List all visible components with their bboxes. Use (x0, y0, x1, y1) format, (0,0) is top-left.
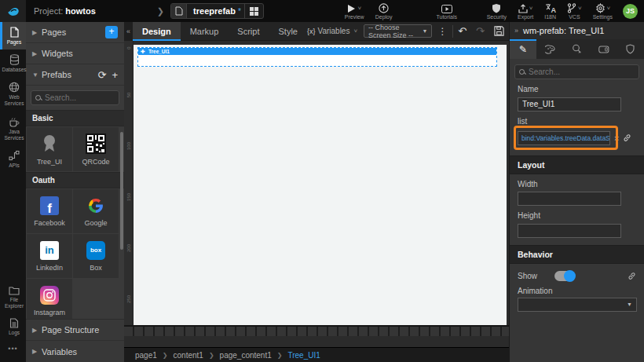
prefab-google[interactable]: Google (73, 189, 119, 233)
breadcrumb-tree-ui1[interactable]: Tree_UI1 (287, 351, 320, 360)
video-icon (441, 3, 452, 13)
undo-button[interactable]: ↶ (453, 25, 471, 37)
canvas-toolbar: « Design Markup Script Style {x} Variabl… (124, 22, 509, 41)
prefab-search[interactable] (31, 90, 119, 105)
tab-properties[interactable]: ✎ (510, 39, 536, 59)
panel-scrollbar[interactable] (120, 132, 123, 250)
refresh-icon[interactable]: ⟳ (98, 69, 107, 81)
section-page-structure[interactable]: ▶ Page Structure (26, 320, 124, 341)
height-label: Height (518, 211, 636, 220)
design-surface: 0 50 100 150 200 250 ✚ Tree_UI1 (124, 41, 509, 336)
wavemaker-logo-icon (6, 4, 20, 18)
canvas-page[interactable]: ✚ Tree_UI1 (134, 45, 507, 325)
rail-item-java-services[interactable]: Java Services (0, 112, 26, 145)
collapse-left-panel-icon[interactable]: « (124, 22, 133, 41)
section-widgets[interactable]: ▶ Widgets (26, 43, 124, 64)
tutorials-button[interactable]: Tutorials (430, 0, 463, 22)
inspector-body: Name list bind:Variables.treeData.dataSe… (510, 59, 644, 362)
chevron-down-icon: ˅ (529, 5, 533, 12)
breadcrumb-page-content1[interactable]: page_content1 (220, 351, 272, 360)
section-variables[interactable]: ▶ Variables (26, 341, 124, 362)
tab-markup[interactable]: Markup (181, 22, 229, 41)
width-field[interactable] (518, 192, 621, 206)
rail-item-web-services[interactable]: Web Services (0, 77, 26, 111)
tab-style[interactable]: Style (269, 22, 306, 41)
settings-button[interactable]: ˅ Settings (587, 0, 618, 22)
rail-item-file-explorer[interactable]: File Explorer (0, 281, 26, 313)
prefab-tree-ui[interactable]: Tree_UI (27, 127, 72, 171)
property-search-input[interactable] (529, 68, 635, 76)
security-button[interactable]: Security (481, 0, 512, 22)
layout-section-header: Layout (510, 155, 644, 174)
more-options-icon[interactable]: ••• (0, 340, 26, 357)
caret-right-icon: ▶ (32, 348, 42, 355)
prefab-linkedin[interactable]: in LinkedIn (27, 234, 72, 278)
clear-binding-icon[interactable]: × (614, 133, 619, 143)
deploy-button[interactable]: Deploy (370, 0, 398, 22)
behavior-section-header: Behavior (510, 245, 644, 264)
unsaved-indicator: * (238, 7, 241, 16)
search-icon (35, 95, 42, 101)
tab-script[interactable]: Script (228, 22, 269, 41)
widget-title-bar[interactable]: ✚ Tree_UI1 (138, 48, 496, 55)
list-bind-field[interactable]: bind:Variables.treeData.dataSet (518, 131, 610, 145)
name-field[interactable] (518, 97, 621, 112)
grid-icon[interactable] (244, 4, 263, 18)
variables-dropdown[interactable]: {x} Variables ˅ (307, 27, 357, 35)
chevron-down-icon: ˅ (578, 5, 582, 12)
rail-item-databases[interactable]: Databases (0, 49, 26, 77)
breadcrumb-page1[interactable]: page1 (135, 351, 157, 360)
collapse-right-panel-icon[interactable]: » (514, 27, 518, 35)
screen-size-select[interactable]: -- Choose Screen Size -- ▼ (364, 24, 432, 38)
redo-button[interactable]: ↷ (471, 25, 489, 37)
preview-button[interactable]: ˅ Preview (339, 0, 370, 22)
inspector-tabs: ✎ (510, 39, 644, 59)
animation-select[interactable]: ▼ (518, 298, 637, 312)
prefab-instagram[interactable]: Instagram (27, 279, 72, 323)
add-page-button[interactable]: + (105, 26, 118, 38)
breadcrumb-content1[interactable]: content1 (174, 351, 203, 360)
save-button[interactable] (489, 26, 509, 36)
export-button[interactable]: ˅ Export (512, 0, 539, 22)
folder-icon (9, 286, 20, 295)
pencil-icon: ✎ (519, 44, 527, 55)
rail-item-logs[interactable]: Logs (0, 313, 26, 340)
wavemaker-logo[interactable] (0, 0, 26, 22)
tab-devices[interactable] (591, 39, 617, 59)
prefab-box[interactable]: box Box (73, 234, 119, 278)
caret-right-icon: ▶ (32, 327, 42, 334)
prefab-facebook[interactable]: f Facebook (27, 189, 72, 233)
page-tab-treeprefab[interactable]: treeprefab * (170, 3, 264, 19)
section-pages[interactable]: ▶ Pages + (26, 22, 124, 43)
selected-widget-outline[interactable]: ✚ Tree_UI1 (137, 47, 497, 67)
rail-item-pages[interactable]: Pages (0, 22, 26, 49)
show-toggle[interactable] (554, 271, 575, 281)
i18n-button[interactable]: A I18N (539, 0, 562, 22)
box-icon: box (86, 241, 105, 260)
bind-link-icon[interactable] (623, 133, 631, 142)
bind-link-icon[interactable] (628, 272, 636, 280)
chevron-down-icon: ˅ (357, 5, 361, 12)
tab-events[interactable] (563, 39, 590, 59)
tab-styles[interactable] (536, 39, 563, 59)
user-avatar[interactable]: JS (623, 4, 638, 19)
add-prefab-button[interactable]: + (112, 69, 118, 81)
chevron-right-icon: ❯ (277, 352, 283, 359)
tab-design[interactable]: Design (133, 22, 181, 41)
height-field[interactable] (518, 224, 621, 238)
list-label: list (518, 117, 636, 126)
kebab-menu-icon[interactable]: ⋮ (432, 26, 452, 37)
tab-security[interactable] (617, 39, 644, 59)
section-prefabs[interactable]: ▼ Prefabs ⟳ + (26, 64, 124, 86)
prefab-qrcode[interactable]: QRCode (73, 127, 119, 171)
prefab-search-input[interactable] (45, 93, 115, 102)
property-search[interactable] (514, 64, 639, 79)
database-icon (9, 54, 20, 65)
widget-name-label: Tree_UI1 (148, 49, 170, 54)
rail-item-apis[interactable]: APIs (0, 145, 26, 173)
chevron-right-icon: ❯ (157, 6, 164, 16)
vcs-button[interactable]: ˅ VCS (562, 0, 587, 22)
facebook-icon: f (40, 196, 59, 215)
chevron-right-icon: ❯ (209, 352, 214, 359)
logs-icon (9, 318, 19, 328)
